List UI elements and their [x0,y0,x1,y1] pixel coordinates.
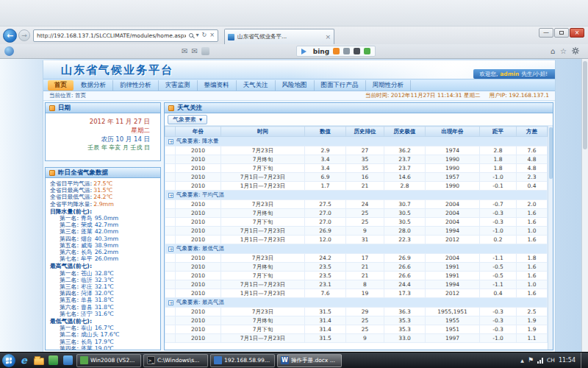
table-row[interactable]: 20107月终旬27.02530.52004-0.31.6 [165,209,548,218]
autocomplete-dropdown-icon[interactable]: ▾ [196,32,199,38]
browser-action-icons: ⌂ ☆ [551,47,579,56]
apps-grid-icon[interactable] [201,47,209,55]
cell: 2.8 [480,146,517,155]
cell: 7月1日—7月23日 [221,227,305,236]
nav-item-0[interactable]: 首页 [48,80,74,91]
group-row[interactable]: +气象要素: 最低气温 [165,244,548,254]
table-row[interactable]: 20107月终旬31.42535.31955-0.31.9 [165,316,548,325]
favorites-star-icon[interactable]: ☆ [560,48,567,55]
table-row[interactable]: 20107月23日27.52430.72004-0.72.0 [165,200,548,209]
nav-item-5[interactable]: 天气关注 [237,80,276,91]
cell: 2.8 [384,182,426,191]
paw-icon[interactable] [354,48,360,54]
cell: 1994 [426,280,480,289]
nav-item-1[interactable]: 数据分析 [74,80,113,91]
taskbar-explorer-icon[interactable] [32,354,45,367]
nav-item-4[interactable]: 整编资料 [198,80,237,91]
expand-icon[interactable]: + [168,300,173,305]
expand-icon[interactable]: + [168,139,173,144]
group-row[interactable]: +气象要素: 最高气温 [165,298,548,308]
lead-cell [165,164,176,173]
table-row[interactable]: 20107月23日24.21726.92004-1.11.8 [165,254,548,263]
forward-button[interactable]: → [18,29,30,41]
cell: 1994 [426,227,480,236]
home-icon[interactable]: ⌂ [551,48,555,55]
tray-chevron-icon[interactable]: ▲ [520,358,524,363]
group-row[interactable]: +气象要素: 降水量 [165,137,548,146]
station-value: 95.0mm [95,215,119,222]
orange-app-icon[interactable] [333,48,340,54]
table-row[interactable]: 20101月1日—7月23日1.7212.81990-0.10.4 [165,182,548,191]
cell: 26.6 [384,272,426,280]
page-scrollbar-thumb[interactable] [583,61,587,149]
language-indicator[interactable]: CH [547,357,555,364]
table-row[interactable]: 20107月终旬23.52126.61991-0.51.6 [165,263,548,272]
table-row[interactable]: 20107月终旬3.43523.719901.84.8 [165,155,548,164]
table-row[interactable]: 20107月23日2.92736.219742.87.6 [165,146,548,155]
taskbar-ie-icon[interactable]: e [18,354,30,367]
table-row[interactable]: 20107月1日—7月23日6.91614.61957-1.02.3 [165,173,548,182]
tab-close-icon[interactable]: × [325,33,331,40]
page-scrollbar[interactable] [581,59,588,352]
table-row[interactable]: 20101月1日—7月23日7.61917.320120.41.6 [165,289,548,298]
bing-logo[interactable]: bing [313,48,329,55]
table-row[interactable]: 20107月下旬3.43523.719901.84.8 [165,164,548,173]
start-button[interactable] [2,354,15,367]
table-scrollbar[interactable] [548,126,553,350]
taskbar-remote-desktop-icon[interactable] [62,354,74,367]
table-row[interactable]: 20107月下旬27.02530.52004-0.31.6 [165,218,548,227]
window-titlebar[interactable] [0,0,588,26]
gear-icon[interactable] [572,47,579,56]
cell: 7.6 [517,146,548,155]
nav-item-7[interactable]: 图面下行产品 [315,80,366,91]
mail-icon-2[interactable]: ✉ [191,48,197,55]
taskbar-server-manager-icon[interactable] [47,354,60,367]
rank-item: 第六名:长岛26.2mm [50,249,159,255]
expand-icon[interactable]: + [168,247,173,252]
stop-icon[interactable]: × [209,32,215,38]
maximize-button[interactable] [554,28,569,38]
cell: 28.0 [384,227,426,236]
table-row[interactable]: 20107月下旬31.42535.31951-0.31.9 [165,325,548,334]
cell: 33.0 [384,334,426,343]
group-row[interactable]: +气象要素: 平均气温 [165,191,548,200]
taskbar-button-1[interactable]: >_C:\Windows\s... [143,354,208,367]
show-desktop-button[interactable] [581,353,584,368]
action-center-flag-icon[interactable]: ⚑ [528,357,534,364]
table-row[interactable]: 20107月1日—7月23日26.9928.01994-1.01.0 [165,227,548,236]
address-bar[interactable]: http://192.168.137.1/SLCCLIMATE/modules/… [33,29,218,42]
expand-icon[interactable]: + [168,193,173,198]
send-icon[interactable] [301,49,309,54]
table-row[interactable]: 20101月1日—7月23日12.03122.320120.21.6 [165,236,548,244]
table-row[interactable]: 20107月下旬23.52126.61991-0.51.6 [165,272,548,280]
taskbar-button-3[interactable]: W操作手册.docx ... [277,354,342,367]
nav-item-6[interactable]: 风险地图 [276,80,315,91]
network-icon[interactable] [537,358,543,364]
stat-line: 全省平均降水量:2.9mm [50,201,159,208]
taskbar-button-0[interactable]: Win2008 (VS2... [76,354,141,367]
nav-item-8[interactable]: 周期性分析 [366,80,412,91]
nav-item-2[interactable]: 韵律性分析 [113,80,159,91]
element-filter-button[interactable]: 气象要素 ▾ [168,115,207,124]
search-icon[interactable] [189,33,193,38]
close-button[interactable]: × [570,28,584,38]
mail-icon[interactable]: ✉ [182,48,187,55]
table-row[interactable]: 20107月1日—7月23日31.5933.01997-1.01.1 [165,334,548,343]
browser-tab[interactable]: 山东省气候业务平... × [224,29,334,44]
lead-cell [165,308,176,316]
taskbar-button-2[interactable]: 192.168.58.99... [210,354,275,367]
nav-item-3[interactable]: 灾害监测 [159,80,198,91]
camera-icon[interactable] [343,48,350,54]
minimize-button[interactable]: — [539,28,553,38]
table-row[interactable]: 20107月1日—7月23日23.1824.41994-1.11.0 [165,280,548,289]
cell: 1.6 [517,236,548,244]
vendor-logo-icon[interactable] [4,46,14,56]
table-row[interactable]: 20107月23日31.52936.31955,1951-0.32.5 [165,308,548,316]
refresh-icon[interactable]: ↻ [202,32,207,38]
taskbar-clock[interactable]: 11:54 [559,357,576,364]
table-scrollbar-thumb[interactable] [549,127,553,179]
stat-value: 24.2℃ [93,194,112,200]
back-button[interactable]: ← [3,29,17,43]
green-app-icon[interactable] [364,48,370,54]
cell: 36.2 [384,146,426,155]
